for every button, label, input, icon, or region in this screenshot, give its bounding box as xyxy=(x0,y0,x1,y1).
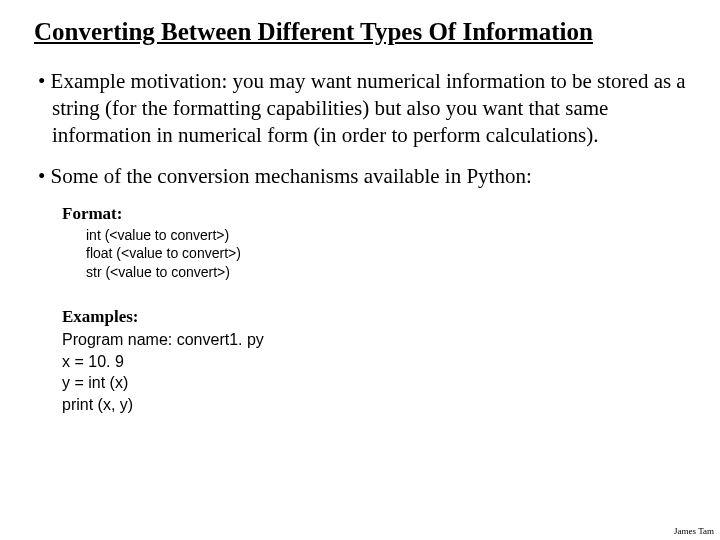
example-print: print (x, y) xyxy=(62,394,686,416)
example-assign-x: x = 10. 9 xyxy=(62,351,686,373)
format-label: Format: xyxy=(62,204,686,224)
footer-author: James Tam xyxy=(674,526,714,536)
slide-title: Converting Between Different Types Of In… xyxy=(34,18,686,46)
format-line-int: int (<value to convert>) xyxy=(86,226,686,245)
example-assign-y: y = int (x) xyxy=(62,372,686,394)
slide: Converting Between Different Types Of In… xyxy=(0,0,720,415)
format-line-str: str (<value to convert>) xyxy=(86,263,686,282)
bullet-mechanisms: Some of the conversion mechanisms availa… xyxy=(34,163,686,190)
examples-label: Examples: xyxy=(62,306,686,329)
example-program-name: Program name: convert1. py xyxy=(62,329,686,351)
format-line-float: float (<value to convert>) xyxy=(86,244,686,263)
format-block: int (<value to convert>) float (<value t… xyxy=(86,226,686,283)
examples-block: Examples: Program name: convert1. py x =… xyxy=(62,306,686,415)
examples-lines: Program name: convert1. py x = 10. 9 y =… xyxy=(62,329,686,415)
bullet-motivation: Example motivation: you may want numeric… xyxy=(34,68,686,149)
